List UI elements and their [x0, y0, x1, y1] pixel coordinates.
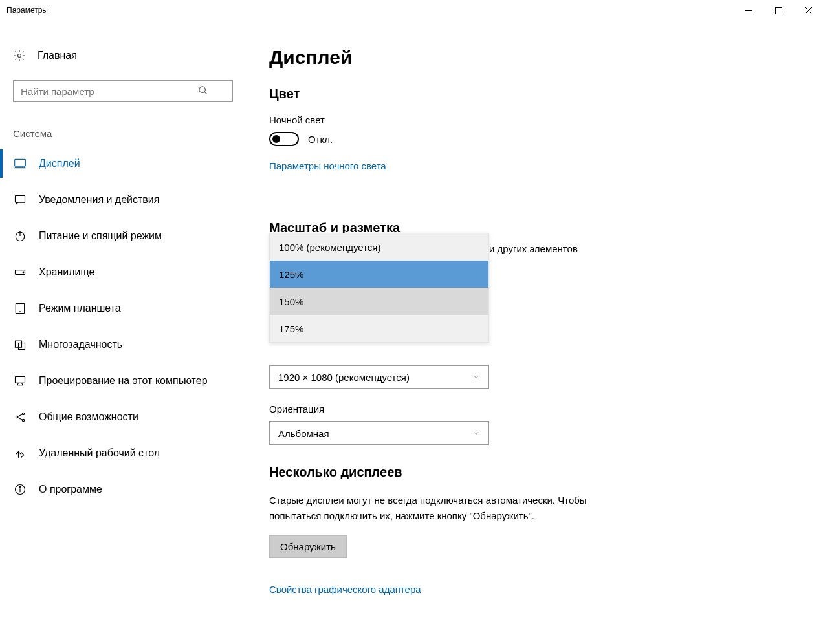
window-controls: [734, 0, 823, 21]
detect-button[interactable]: Обнаружить: [269, 535, 347, 558]
svg-line-6: [204, 92, 206, 94]
svg-point-4: [18, 54, 21, 58]
sidebar-item-projecting[interactable]: Проецирование на этот компьютер: [0, 363, 259, 399]
nightlight-settings-link[interactable]: Параметры ночного света: [269, 160, 386, 171]
section-color-heading: Цвет: [269, 87, 810, 102]
sidebar-item-remote[interactable]: Удаленный рабочий стол: [0, 435, 259, 471]
scale-desc-fragment: и других элементов: [489, 243, 578, 254]
scale-dropdown: 100% (рекомендуется) 125% 150% 175%: [269, 233, 489, 343]
sidebar-item-about[interactable]: О программе: [0, 471, 259, 508]
home-label: Главная: [38, 50, 77, 61]
titlebar: Параметры: [0, 0, 823, 21]
nightlight-toggle[interactable]: [269, 132, 299, 146]
sidebar-item-label: Многозадачность: [39, 339, 122, 350]
sidebar-item-label: О программе: [39, 484, 102, 495]
remote-icon: [13, 446, 27, 460]
svg-rect-1: [775, 7, 782, 14]
minimize-button[interactable]: [734, 0, 763, 21]
drive-icon: [13, 265, 27, 279]
svg-point-21: [22, 419, 24, 421]
svg-point-20: [22, 413, 24, 414]
chat-icon: [13, 193, 27, 207]
resolution-select[interactable]: 1920 × 1080 (рекомендуется): [269, 365, 489, 389]
gear-icon: [13, 49, 26, 62]
svg-line-23: [18, 418, 23, 420]
page-title: Дисплей: [269, 47, 810, 69]
tablet-icon: [13, 301, 27, 316]
scale-option-125[interactable]: 125%: [270, 261, 488, 288]
window-title: Параметры: [6, 6, 734, 15]
svg-line-22: [18, 414, 23, 416]
svg-rect-18: [16, 376, 25, 383]
home-button[interactable]: Главная: [0, 44, 259, 67]
scale-option-100[interactable]: 100% (рекомендуется): [270, 233, 488, 261]
scale-option-label: 125%: [279, 269, 303, 280]
chevron-down-icon: [472, 428, 480, 439]
info-icon: [13, 482, 27, 497]
svg-point-19: [16, 416, 17, 418]
section-multi-heading: Несколько дисплеев: [269, 465, 810, 480]
multi-displays-paragraph: Старые дисплеи могут не всегда подключат…: [269, 493, 619, 524]
sidebar-item-label: Режим планшета: [39, 303, 121, 314]
sidebar-item-tablet[interactable]: Режим планшета: [0, 290, 259, 327]
power-icon: [13, 229, 27, 243]
svg-point-26: [19, 486, 20, 487]
chevron-down-icon: [472, 372, 480, 383]
sidebar-group-title: Система: [0, 102, 259, 145]
scale-option-150[interactable]: 150%: [270, 288, 488, 315]
maximize-button[interactable]: [763, 0, 793, 21]
search-field: [13, 80, 246, 102]
sidebar-item-label: Питание и спящий режим: [39, 230, 162, 242]
nightlight-state: Откл.: [308, 134, 333, 145]
scale-option-label: 100% (рекомендуется): [279, 242, 380, 253]
share-icon: [13, 410, 27, 424]
scale-option-label: 150%: [279, 296, 303, 307]
sidebar: Главная Система Дисплей Уведомления и де…: [0, 21, 259, 644]
nightlight-label: Ночной свет: [269, 114, 810, 125]
close-button[interactable]: [793, 0, 823, 21]
orientation-label: Ориентация: [269, 403, 810, 414]
sidebar-item-label: Удаленный рабочий стол: [39, 447, 160, 459]
sidebar-item-label: Общие возможности: [39, 411, 138, 423]
multitask-icon: [13, 338, 27, 352]
monitor-icon: [13, 156, 27, 171]
svg-point-13: [23, 272, 24, 273]
orientation-select[interactable]: Альбомная: [269, 421, 489, 445]
sidebar-item-multitask[interactable]: Многозадачность: [0, 327, 259, 363]
detect-button-label: Обнаружить: [280, 541, 336, 552]
sidebar-item-label: Уведомления и действия: [39, 194, 159, 206]
sidebar-item-label: Дисплей: [39, 158, 80, 169]
sidebar-item-notifications[interactable]: Уведомления и действия: [0, 182, 259, 218]
sidebar-item-shared[interactable]: Общие возможности: [0, 399, 259, 435]
project-icon: [13, 374, 27, 388]
sidebar-item-display[interactable]: Дисплей: [0, 145, 259, 182]
sidebar-item-label: Хранилище: [39, 266, 94, 278]
svg-rect-9: [16, 195, 25, 202]
resolution-value: 1920 × 1080 (рекомендуется): [278, 372, 410, 383]
scale-option-175[interactable]: 175%: [270, 315, 488, 342]
svg-rect-7: [15, 159, 26, 166]
search-icon: [198, 85, 208, 98]
scale-option-label: 175%: [279, 323, 303, 334]
orientation-value: Альбомная: [278, 428, 329, 439]
sidebar-item-storage[interactable]: Хранилище: [0, 254, 259, 290]
graphics-adapter-link[interactable]: Свойства графического адаптера: [269, 584, 421, 595]
sidebar-item-power[interactable]: Питание и спящий режим: [0, 218, 259, 254]
sidebar-item-label: Проецирование на этот компьютер: [39, 375, 208, 387]
svg-point-5: [199, 87, 205, 92]
